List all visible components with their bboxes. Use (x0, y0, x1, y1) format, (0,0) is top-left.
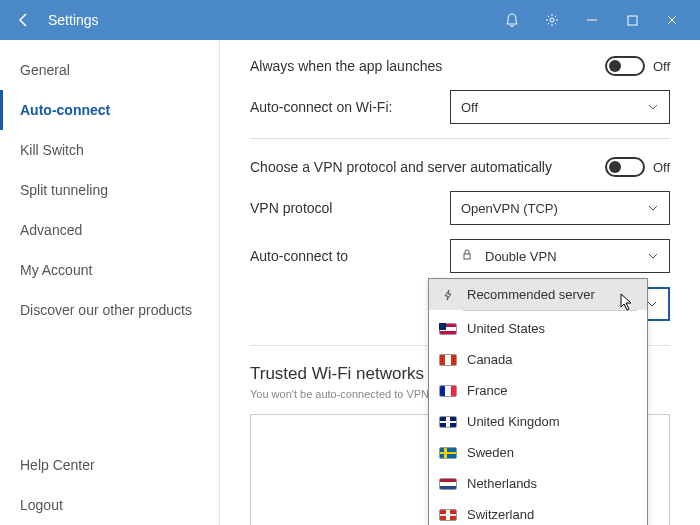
minimize-icon (586, 14, 598, 26)
back-button[interactable] (8, 4, 40, 36)
divider (250, 138, 670, 139)
flag-icon (439, 384, 457, 398)
sidebar-item-auto-connect[interactable]: Auto-connect (0, 90, 219, 130)
dropdown-item-country[interactable]: Switzerland (429, 499, 647, 525)
dropdown-item-label: Sweden (467, 445, 514, 460)
dropdown-item-country[interactable]: United Kingdom (429, 406, 647, 437)
wifi-select-value: Off (461, 100, 647, 115)
maximize-icon (627, 15, 638, 26)
arrow-left-icon (16, 12, 32, 28)
launch-toggle-state: Off (653, 59, 670, 74)
protocol-label: VPN protocol (250, 200, 450, 216)
protocol-select[interactable]: OpenVPN (TCP) (450, 191, 670, 225)
dropdown-item-label: Netherlands (467, 476, 537, 491)
protocol-auto-state: Off (653, 160, 670, 175)
sidebar-item-help[interactable]: Help Center (0, 445, 219, 485)
title-bar: Settings (0, 0, 700, 40)
minimize-button[interactable] (572, 4, 612, 36)
flag-icon (439, 353, 457, 367)
launch-toggle[interactable] (605, 56, 645, 76)
lock-icon (461, 249, 477, 264)
server-dropdown: Recommended server United StatesCanadaFr… (428, 278, 648, 525)
svg-rect-2 (628, 16, 637, 25)
dropdown-item-country[interactable]: Netherlands (429, 468, 647, 499)
wifi-label: Auto-connect on Wi-Fi: (250, 99, 450, 115)
flag-icon (439, 508, 457, 522)
flag-icon (439, 446, 457, 460)
bell-icon (505, 13, 519, 27)
flag-icon (439, 322, 457, 336)
protocol-auto-toggle[interactable] (605, 157, 645, 177)
notification-button[interactable] (492, 4, 532, 36)
sidebar-item-advanced[interactable]: Advanced (0, 210, 219, 250)
window-title: Settings (48, 12, 99, 28)
maximize-button[interactable] (612, 4, 652, 36)
svg-rect-3 (464, 254, 470, 259)
chevron-down-icon (647, 250, 659, 262)
autoconnect-label: Auto-connect to (250, 248, 450, 264)
dropdown-item-country[interactable]: France (429, 375, 647, 406)
flag-icon (439, 415, 457, 429)
sidebar: General Auto-connect Kill Switch Split t… (0, 40, 220, 525)
dropdown-item-label: Recommended server (467, 287, 595, 302)
gear-icon (545, 13, 559, 27)
dropdown-item-country[interactable]: Sweden (429, 437, 647, 468)
autoconnect-select[interactable]: Double VPN (450, 239, 670, 273)
svg-point-0 (550, 18, 554, 22)
launch-label: Always when the app launches (250, 58, 605, 74)
close-icon (666, 14, 678, 26)
dropdown-item-label: Canada (467, 352, 513, 367)
wifi-select[interactable]: Off (450, 90, 670, 124)
dropdown-item-country[interactable]: United States (429, 313, 647, 344)
sidebar-item-split-tunneling[interactable]: Split tunneling (0, 170, 219, 210)
dropdown-item-label: Switzerland (467, 507, 534, 522)
dropdown-item-label: United Kingdom (467, 414, 560, 429)
dropdown-item-country[interactable]: Canada (429, 344, 647, 375)
dropdown-item-recommended[interactable]: Recommended server (429, 279, 647, 310)
protocol-select-value: OpenVPN (TCP) (461, 201, 647, 216)
dropdown-item-label: United States (467, 321, 545, 336)
sidebar-item-kill-switch[interactable]: Kill Switch (0, 130, 219, 170)
settings-gear-button[interactable] (532, 4, 572, 36)
bolt-icon (439, 288, 457, 302)
dropdown-item-label: France (467, 383, 507, 398)
sidebar-item-my-account[interactable]: My Account (0, 250, 219, 290)
protocol-auto-label: Choose a VPN protocol and server automat… (250, 159, 605, 175)
sidebar-item-logout[interactable]: Logout (0, 485, 219, 525)
sidebar-item-discover[interactable]: Discover our other products (0, 290, 219, 330)
dropdown-separator (463, 310, 637, 311)
chevron-down-icon (647, 202, 659, 214)
sidebar-item-general[interactable]: General (0, 50, 219, 90)
autoconnect-select-value: Double VPN (485, 249, 647, 264)
flag-icon (439, 477, 457, 491)
chevron-down-icon (647, 101, 659, 113)
close-button[interactable] (652, 4, 692, 36)
main-panel: Always when the app launches Off Auto-co… (220, 40, 700, 525)
